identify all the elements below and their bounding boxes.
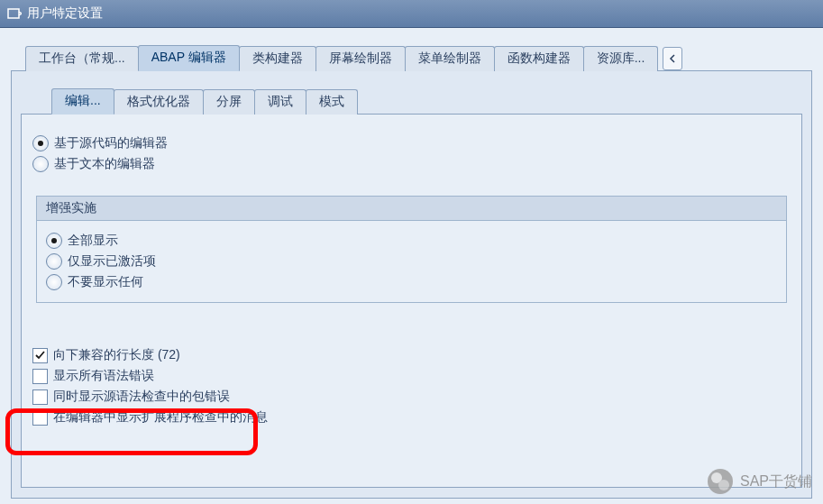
radio-source-based-editor-label: 基于源代码的编辑器	[54, 135, 168, 151]
radio-show-all[interactable]	[46, 233, 62, 249]
sub-tabstrip: 编辑... 格式优化器 分屏 调试 模式	[51, 87, 802, 114]
tab-repository[interactable]: 资源库...	[583, 46, 659, 71]
radio-show-none-label: 不要显示任何	[68, 274, 143, 290]
subtab-split-screen[interactable]: 分屏	[203, 89, 255, 115]
check-show-all-syntax-errors[interactable]	[32, 369, 48, 384]
watermark-text: SAP干货铺	[740, 472, 812, 491]
radio-show-none[interactable]	[46, 274, 62, 290]
watermark: SAP干货铺	[708, 469, 812, 494]
top-tabstrip: 工作台（常规... ABAP 编辑器 类构建器 屏幕绘制器 菜单绘制器 函数构建…	[25, 44, 818, 70]
tab-screen-painter[interactable]: 屏幕绘制器	[315, 46, 406, 71]
tab-menu-painter[interactable]: 菜单绘制器	[405, 46, 495, 71]
svg-rect-0	[8, 9, 19, 18]
tab-class-builder[interactable]: 类构建器	[239, 46, 316, 71]
app-icon	[7, 6, 22, 21]
check-line-length-72-label: 向下兼容的行长度 (72)	[53, 347, 180, 363]
tab-function-builder[interactable]: 函数构建器	[494, 46, 584, 71]
check-show-extended-check-messages[interactable]	[32, 410, 48, 426]
tab-abap-editor[interactable]: ABAP 编辑器	[138, 45, 240, 71]
group-enhancement-title: 增强实施	[37, 197, 786, 221]
radio-show-all-label: 全部显示	[68, 233, 118, 249]
titlebar: 用户特定设置	[0, 0, 823, 28]
subtab-debug[interactable]: 调试	[254, 89, 306, 115]
radio-show-active-only-label: 仅显示已激活项	[68, 253, 156, 270]
check-show-package-errors-label: 同时显示源语法检查中的包错误	[53, 389, 230, 405]
tab-scroll-left-icon[interactable]	[663, 47, 682, 70]
check-show-extended-check-messages-label: 在编辑器中显示扩展程序检查中的消息	[53, 409, 268, 426]
radio-show-active-only[interactable]	[46, 253, 62, 270]
radio-source-based-editor[interactable]	[32, 135, 49, 151]
check-show-package-errors[interactable]	[32, 389, 48, 405]
radio-text-based-editor-label: 基于文本的编辑器	[54, 156, 155, 172]
radio-text-based-editor[interactable]	[32, 156, 49, 172]
sub-tab-panel: 基于源代码的编辑器 基于文本的编辑器 增强实施 全部显示 仅显示已激活项	[21, 114, 802, 488]
top-tab-panel: 编辑... 格式优化器 分屏 调试 模式 基于源代码的编辑器 基于文本的编辑器 …	[11, 70, 812, 499]
window-title: 用户特定设置	[27, 5, 103, 22]
subtab-pretty-printer[interactable]: 格式优化器	[114, 89, 204, 115]
wechat-icon	[708, 469, 733, 494]
check-show-all-syntax-errors-label: 显示所有语法错误	[53, 368, 154, 384]
subtab-edit[interactable]: 编辑...	[51, 88, 114, 115]
check-line-length-72[interactable]	[32, 348, 48, 363]
group-enhancement: 增强实施 全部显示 仅显示已激活项 不要显示任何	[36, 196, 787, 303]
tab-workbench-general[interactable]: 工作台（常规...	[25, 46, 139, 71]
subtab-pattern[interactable]: 模式	[306, 89, 358, 115]
